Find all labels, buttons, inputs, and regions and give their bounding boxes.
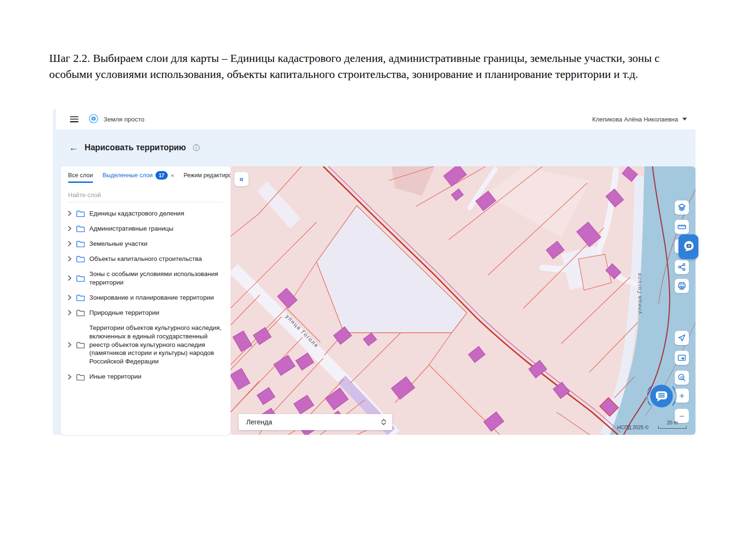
ruler-icon [678, 223, 686, 231]
my-location-button[interactable] [675, 331, 689, 345]
map-canvas[interactable]: улица Гоголя улица Гоголя « [231, 166, 696, 435]
print-icon [678, 282, 686, 290]
layers-panel: Все слои Выделенные слои 17 × Режим реда… [60, 166, 231, 435]
collapse-panel-button[interactable]: « [234, 172, 249, 186]
chevron-right-icon[interactable] [68, 211, 71, 216]
map-attribution: НСПД 2025 © [617, 424, 649, 430]
map-pin-logo-icon [681, 240, 696, 254]
layer-row[interactable]: Зоны с особыми условиями использования т… [68, 267, 223, 290]
layer-row[interactable]: Природные территории [68, 305, 223, 320]
info-icon[interactable] [193, 144, 200, 151]
app-header: Земля просто Клепикова Алёна Николаевна [56, 109, 696, 129]
app-window: Земля просто Клепикова Алёна Николаевна … [53, 109, 696, 435]
layer-row[interactable]: Административные границы [68, 221, 223, 236]
layer-row[interactable]: Единицы кадастрового деления [68, 206, 223, 221]
tab-all-layers[interactable]: Все слои [68, 172, 93, 183]
layer-list: Единицы кадастрового деления Администрат… [60, 202, 231, 384]
legend-bar[interactable]: Легенда [239, 414, 392, 430]
share-button[interactable] [675, 260, 689, 274]
folder-icon [76, 240, 85, 247]
layers-button[interactable] [675, 200, 689, 215]
navigation-arrow-icon [678, 334, 686, 342]
chevron-right-icon[interactable] [68, 310, 71, 315]
app-name: Земля просто [103, 116, 145, 123]
search-coordinates-icon: @ [678, 373, 686, 382]
layer-row[interactable]: Земельные участки [68, 236, 223, 251]
user-name: Клепикова Алёна Николаевна [592, 116, 678, 123]
chevron-right-icon[interactable] [68, 256, 71, 261]
step-heading: Шаг 2.2. Выбираем слои для карты – Едини… [49, 50, 688, 82]
chevron-right-icon[interactable] [68, 276, 71, 281]
menu-icon[interactable] [70, 116, 78, 122]
page-title: Нарисовать территорию [85, 143, 186, 153]
measure-button[interactable] [675, 220, 689, 234]
chevron-right-icon[interactable] [68, 295, 71, 300]
folder-icon [76, 225, 85, 232]
chat-button[interactable] [644, 379, 679, 413]
overview-map-icon [678, 354, 686, 362]
print-button[interactable] [675, 279, 689, 293]
layers-icon [678, 203, 686, 212]
folder-icon [76, 341, 85, 348]
legend-title: Легенда [246, 418, 272, 426]
toolbar: ← Нарисовать территорию [69, 143, 200, 153]
svg-text:@: @ [680, 375, 684, 380]
assistant-drawer-button[interactable] [679, 234, 698, 259]
tab-edit-mode[interactable]: Режим редактирования [183, 172, 231, 183]
chevron-right-icon[interactable] [68, 374, 71, 380]
tab-selected-layers[interactable]: Выделенные слои 17 × [103, 171, 174, 184]
folder-icon [76, 275, 85, 282]
map-image: улица Гоголя улица Гоголя [231, 166, 696, 435]
panel-tabs: Все слои Выделенные слои 17 × Режим реда… [60, 166, 231, 184]
chevron-down-icon [682, 118, 687, 121]
app-logo-icon [88, 113, 99, 125]
folder-icon [76, 210, 85, 217]
expand-collapse-icon[interactable] [381, 419, 387, 425]
layer-row[interactable]: Иные территории [68, 369, 223, 384]
chevron-right-icon[interactable] [68, 342, 71, 347]
share-icon [678, 263, 686, 271]
chevron-right-icon[interactable] [68, 226, 71, 231]
folder-icon [76, 373, 85, 380]
close-icon[interactable]: × [171, 172, 174, 179]
layer-row[interactable]: Зонирование и планирование территории [68, 290, 223, 305]
layer-row[interactable]: Территории объектов культурного наследия… [68, 320, 223, 370]
overview-map-button[interactable] [675, 351, 689, 365]
selected-layers-count-badge: 17 [155, 171, 168, 180]
folder-icon [76, 255, 85, 262]
layer-row[interactable]: Объекты капитального строительства [68, 251, 223, 267]
folder-icon [76, 309, 85, 316]
chevron-right-icon[interactable] [68, 241, 71, 246]
user-menu[interactable]: Клепикова Алёна Николаевна [592, 116, 687, 123]
folder-icon [76, 294, 85, 301]
street-label-vertical: улица Гоголя [636, 272, 642, 314]
scale-bar: 20 m [658, 420, 687, 429]
back-button[interactable]: ← [69, 143, 78, 152]
search-input[interactable] [68, 190, 223, 202]
